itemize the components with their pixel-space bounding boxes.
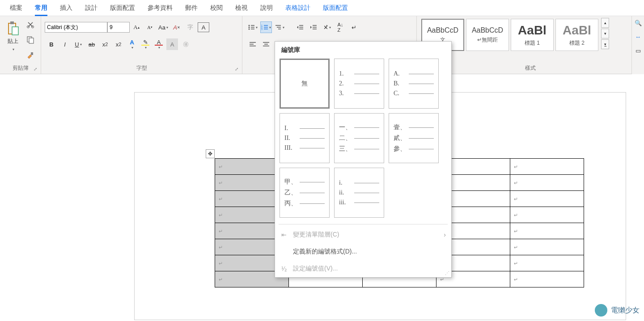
replace-icon[interactable]: ↔ xyxy=(635,34,641,40)
tab-table-layout[interactable]: 版面配置 xyxy=(317,0,354,16)
svg-rect-21 xyxy=(277,27,281,28)
tab-insert[interactable]: 插入 xyxy=(54,0,79,16)
style-heading1[interactable]: AaBl 標題 1 xyxy=(511,19,554,51)
right-sidebar: 🔍 ↔ ▭ xyxy=(631,16,644,74)
clipboard-expand-icon[interactable]: ⤢ xyxy=(34,67,40,73)
increase-indent-button[interactable] xyxy=(308,21,319,33)
styles-scroll-up[interactable]: ▴ xyxy=(601,18,609,28)
svg-rect-29 xyxy=(250,42,256,43)
define-new-format-item[interactable]: 定義新的編號格式(D)... xyxy=(275,243,451,260)
tab-file[interactable]: 檔案 xyxy=(4,0,29,16)
cut-button[interactable] xyxy=(25,19,36,30)
underline-button[interactable]: U xyxy=(72,38,84,50)
clipboard-group-label: 剪貼簿 xyxy=(4,63,37,74)
tab-table-design[interactable]: 表格設計 xyxy=(279,0,317,16)
svg-rect-9 xyxy=(251,25,254,26)
change-case-button[interactable]: Aa xyxy=(157,21,169,33)
search-icon[interactable]: 🔍 xyxy=(635,20,642,26)
svg-point-8 xyxy=(249,25,250,26)
clear-formatting-button[interactable]: A✕ xyxy=(171,21,182,33)
copy-button[interactable] xyxy=(25,34,36,46)
bold-button[interactable]: B xyxy=(46,38,57,50)
styles-scroll-down[interactable]: ▾ xyxy=(601,29,609,38)
char-border-button[interactable]: A xyxy=(198,22,209,32)
svg-rect-7 xyxy=(31,52,33,55)
tab-design[interactable]: 設計 xyxy=(79,0,104,16)
svg-rect-33 xyxy=(264,44,268,45)
font-group-label: 字型 xyxy=(45,63,238,74)
sort-button[interactable]: A↓Z xyxy=(335,21,346,33)
numbering-option-none[interactable]: 無 xyxy=(280,59,330,109)
chevron-right-icon: › xyxy=(444,231,446,238)
paste-button[interactable]: 貼上 xyxy=(4,19,21,55)
highlight-button[interactable]: ✎ xyxy=(140,38,151,50)
numbering-option-cjk-stems[interactable]: 甲、 乙、 丙、 xyxy=(280,168,330,218)
superscript-button[interactable]: x2 xyxy=(113,38,124,50)
asian-layout-button[interactable]: ✕̂ xyxy=(321,21,333,33)
bullets-button[interactable] xyxy=(247,21,258,33)
styles-expand[interactable]: ▾̲ xyxy=(601,39,609,49)
multilevel-list-button[interactable] xyxy=(274,21,285,33)
format-painter-button[interactable] xyxy=(25,49,36,61)
ribbon-tabs: 檔案 常用 插入 設計 版面配置 參考資料 郵件 校閱 檢視 說明 表格設計 版… xyxy=(0,0,644,16)
numbering-option-cjk-ideographic[interactable]: 一、 二、 三、 xyxy=(334,113,384,163)
font-expand-icon[interactable]: ⤢ xyxy=(235,67,241,73)
svg-rect-11 xyxy=(251,27,254,28)
tab-layout[interactable]: 版面配置 xyxy=(104,0,141,16)
strikethrough-button[interactable]: ab xyxy=(86,38,97,50)
svg-rect-25 xyxy=(299,29,303,30)
tab-mailings[interactable]: 郵件 xyxy=(179,0,204,16)
styles-group-label: 樣式 xyxy=(420,63,640,74)
shrink-font-button[interactable]: A▾ xyxy=(144,21,156,33)
svg-rect-24 xyxy=(299,27,303,28)
select-icon[interactable]: ▭ xyxy=(636,47,641,54)
enclose-char-button[interactable]: ㊝ xyxy=(180,38,191,50)
decrease-indent-button[interactable] xyxy=(294,21,306,33)
tab-review[interactable]: 校閱 xyxy=(204,0,229,16)
svg-text:3: 3 xyxy=(261,28,263,30)
tab-view[interactable]: 檢視 xyxy=(229,0,254,16)
subscript-button[interactable]: x2 xyxy=(99,38,111,50)
indent-icon: ⇤ xyxy=(281,231,293,238)
svg-rect-23 xyxy=(299,25,303,26)
text-effects-button[interactable]: A xyxy=(126,38,138,50)
style-no-spacing[interactable]: AaBbCcD ↵無間距 xyxy=(466,19,509,51)
paste-label: 貼上 xyxy=(8,38,18,45)
svg-rect-1 xyxy=(10,21,14,24)
avatar-icon xyxy=(594,303,608,317)
style-heading2[interactable]: AaBl 標題 2 xyxy=(555,19,598,51)
svg-rect-34 xyxy=(263,46,269,46)
table-move-handle[interactable]: ✥ xyxy=(206,149,215,158)
svg-rect-17 xyxy=(264,27,268,28)
font-size-combo[interactable] xyxy=(107,22,130,33)
svg-rect-30 xyxy=(250,44,254,45)
numbering-option-arabic[interactable]: 1. 2. 3. xyxy=(334,59,384,109)
set-value-icon: ¹⁄₂ xyxy=(281,265,293,272)
popup-resize-handle[interactable]: ⋰ xyxy=(445,270,449,275)
numbering-option-upper-alpha[interactable]: A. B. C. xyxy=(389,59,439,109)
svg-rect-15 xyxy=(264,25,268,26)
numbering-option-upper-roman[interactable]: I. II. III. xyxy=(280,113,330,163)
numbering-option-cjk-traditional[interactable]: 壹、 貳、 參、 xyxy=(389,113,439,163)
align-center-button[interactable] xyxy=(260,38,272,50)
numbering-gallery-popup: 編號庫 無 1. 2. 3. A. B. C. I. II. III. 一、 二… xyxy=(275,41,452,278)
change-list-level-item: ⇤ 變更清單階層(C) › xyxy=(275,226,451,243)
show-marks-button[interactable]: ↵ xyxy=(348,21,360,33)
phonetic-guide-button[interactable]: 字 xyxy=(184,21,196,33)
svg-rect-27 xyxy=(313,27,317,28)
svg-rect-13 xyxy=(251,29,254,30)
tab-references[interactable]: 參考資料 xyxy=(141,0,179,16)
svg-rect-20 xyxy=(275,25,281,26)
font-color-button[interactable]: A xyxy=(153,38,165,50)
set-numbering-value-item: ¹⁄₂ 設定編號值(V)... xyxy=(275,260,451,277)
numbering-option-lower-roman[interactable]: i. ii. iii. xyxy=(334,168,384,218)
italic-button[interactable]: I xyxy=(59,38,71,50)
grow-font-button[interactable]: A▴ xyxy=(131,21,142,33)
char-shading-button[interactable]: A xyxy=(166,38,178,50)
align-left-button[interactable] xyxy=(247,38,258,50)
tab-home[interactable]: 常用 xyxy=(29,0,54,16)
numbering-button[interactable]: 123 xyxy=(260,21,272,33)
tab-help[interactable]: 說明 xyxy=(254,0,279,16)
svg-rect-32 xyxy=(263,42,269,43)
font-name-combo[interactable] xyxy=(45,22,107,33)
